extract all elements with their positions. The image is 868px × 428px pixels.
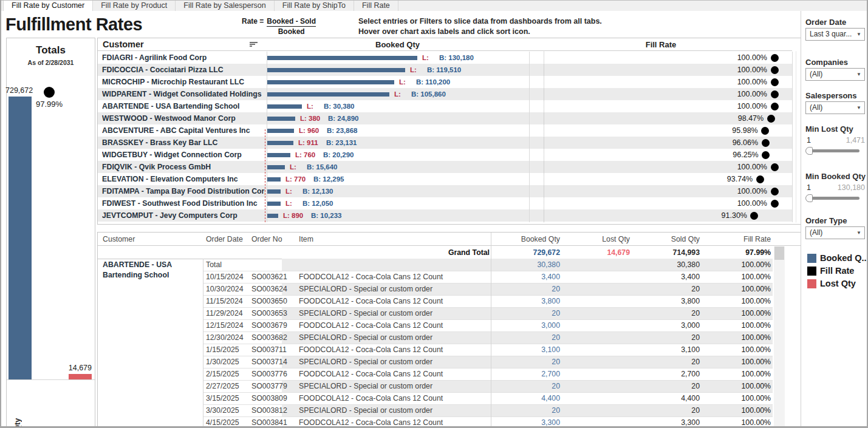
customer-row[interactable]: JEVTCOMPUT - Jevy Computers CorpL: 890B:… bbox=[98, 209, 792, 222]
booked-qty-cell: L:B: 119,510 bbox=[267, 64, 528, 76]
item-cell: SPECIALORD - Special or custom order bbox=[299, 307, 488, 319]
tab-fill-rate-by-salesperson[interactable]: Fill Rate by Salesperson bbox=[176, 1, 274, 12]
tab-fill-rate-by-customer[interactable]: Fill Rate by Customer bbox=[3, 1, 93, 12]
fill-rate-dot[interactable] bbox=[762, 151, 770, 159]
fill-rate-value: 100.00% bbox=[737, 88, 767, 100]
row-gridline bbox=[203, 307, 773, 308]
fill-rate-dot[interactable] bbox=[771, 188, 779, 195]
totals-lost-bar[interactable] bbox=[69, 374, 92, 379]
order-date-cell: 12/15/2024 bbox=[206, 319, 250, 331]
lost-qty-label: L: bbox=[290, 161, 296, 173]
booked-qty-bar[interactable] bbox=[267, 177, 281, 182]
fill-rate-dot[interactable] bbox=[750, 212, 758, 220]
fill-rate-dot[interactable] bbox=[771, 163, 779, 171]
booked-qty-bar[interactable] bbox=[267, 80, 394, 84]
booked-qty-bar[interactable] bbox=[267, 153, 290, 157]
min-booked-qty-slider-handle[interactable] bbox=[805, 194, 813, 202]
fill-rate-cell: 93.74% bbox=[530, 173, 792, 185]
totals-booked-bar[interactable] bbox=[9, 97, 32, 379]
customer-row[interactable]: WIDPARENT - Widget Consolidated Holdings… bbox=[98, 88, 792, 100]
booked-qty-cell: 3,300 bbox=[499, 416, 560, 427]
fill-rate-cell: 96.06% bbox=[530, 137, 792, 149]
customer-row[interactable]: ABCVENTURE - ABC Capital Ventures IncL: … bbox=[98, 124, 792, 137]
tab-fill-rate-by-product[interactable]: Fill Rate by Product bbox=[93, 1, 176, 12]
customer-name: BRASSKEY - Brass Key Bar LLC bbox=[102, 137, 265, 149]
table-scrollbar-thumb[interactable] bbox=[774, 246, 784, 260]
min-lost-qty-slider-handle[interactable] bbox=[805, 147, 813, 155]
booked-qty-label: B: 12,130 bbox=[302, 185, 333, 197]
lost-qty-label: L: bbox=[307, 100, 313, 112]
fill-rate-dot[interactable] bbox=[771, 78, 779, 86]
salespersons-dropdown[interactable]: (All)▼ bbox=[805, 101, 865, 114]
fill-rate-cell: 100.00% bbox=[710, 271, 771, 283]
booked-qty-bar[interactable] bbox=[267, 214, 278, 218]
tab-fill-rate-by-shipto[interactable]: Fill Rate by ShipTo bbox=[275, 1, 354, 12]
lost-qty-reference-line bbox=[265, 129, 265, 222]
customer-row[interactable]: FDITAMPA - Tampa Bay Food Distribution C… bbox=[98, 185, 792, 197]
booked-qty-bar[interactable] bbox=[267, 189, 281, 194]
min-lost-qty-max: 1,471 bbox=[846, 136, 865, 144]
customer-name: WIDGETBUY - Widget Connection Corp bbox=[102, 149, 265, 161]
booked-qty-bar[interactable] bbox=[267, 56, 417, 60]
fill-rate-dot[interactable] bbox=[761, 127, 769, 135]
customer-row[interactable]: MICROCHIP - Microchip Restaurant LLCL:B:… bbox=[98, 76, 792, 88]
totals-axis-lost-qty[interactable]: Lost Qty bbox=[74, 383, 83, 428]
order-type-dropdown[interactable]: (All)▼ bbox=[805, 226, 865, 239]
header-booked-qty: Booked Qty bbox=[499, 233, 560, 246]
fill-rate-cell: 100.00% bbox=[530, 76, 792, 88]
fill-rate-axis-header[interactable]: Fill Rate bbox=[530, 40, 792, 49]
customer-row[interactable]: BRASSKEY - Brass Key Bar LLCL: 911B: 23,… bbox=[98, 137, 792, 149]
customer-row[interactable]: FDIQVIK - Qvik Process GmbHL:B: 15,64010… bbox=[98, 161, 792, 173]
customer-row[interactable]: ELEVATION - Elevation Computers IncL: 77… bbox=[98, 173, 792, 185]
min-booked-qty-slider[interactable] bbox=[807, 197, 859, 200]
item-cell: SPECIALORD - Special or custom order bbox=[299, 404, 488, 416]
fill-rate-dot[interactable] bbox=[771, 90, 779, 98]
customer-row[interactable]: FDIWEST - Southwest Food Distribution In… bbox=[98, 197, 792, 209]
customer-row[interactable]: WESTWOOD - Westwood Manor CorpL: 380B: 2… bbox=[98, 112, 792, 124]
fill-rate-cell: 100.00% bbox=[530, 100, 792, 112]
booked-qty-bar[interactable] bbox=[267, 165, 285, 169]
order-date-cell: 2/27/2025 bbox=[206, 380, 250, 392]
booked-qty-bar[interactable] bbox=[267, 202, 281, 206]
booked-qty-cell: 20 bbox=[499, 404, 560, 416]
totals-axis-booked-qty[interactable]: Booked Qty bbox=[13, 383, 22, 428]
sort-icon[interactable] bbox=[250, 42, 258, 48]
companies-dropdown[interactable]: (All)▼ bbox=[805, 68, 865, 81]
booked-qty-bar[interactable] bbox=[267, 117, 295, 121]
tab-fill-rate[interactable]: Fill Rate bbox=[354, 1, 398, 12]
order-date-cell: 3/30/2025 bbox=[206, 404, 250, 416]
booked-qty-bar[interactable] bbox=[267, 141, 293, 145]
fill-rate-value: 98.47% bbox=[738, 112, 764, 124]
fill-rate-dot[interactable] bbox=[767, 115, 775, 123]
customer-row[interactable]: FDICOCCIA - Cocciatari Pizza LLCL:B: 119… bbox=[98, 64, 792, 76]
fill-rate-dot[interactable] bbox=[771, 54, 779, 62]
totals-fill-rate-dot[interactable] bbox=[44, 87, 55, 98]
customer-row[interactable]: FDIAGRI - Agrilink Food CorpL:B: 130,180… bbox=[98, 52, 792, 64]
row-gridline bbox=[203, 416, 773, 417]
fill-rate-dot[interactable] bbox=[771, 66, 779, 74]
fill-rate-dot[interactable] bbox=[756, 175, 764, 183]
order-date-dropdown[interactable]: Last 3 quar...▼ bbox=[805, 28, 865, 41]
detail-table-header-row: Customer Order Date Order No Item Booked… bbox=[98, 233, 801, 246]
booked-qty-cell: L:B: 105,860 bbox=[267, 88, 528, 100]
fill-rate-dot[interactable] bbox=[771, 103, 779, 110]
table-scrollbar-track[interactable] bbox=[774, 246, 785, 427]
booked-qty-bar[interactable] bbox=[267, 68, 405, 72]
fill-rate-cell: 100.00% bbox=[710, 283, 771, 295]
rate-formula: Rate =Booked - SoldBooked bbox=[242, 17, 316, 36]
sold-qty-cell: 3,800 bbox=[639, 295, 700, 307]
fill-rate-dot[interactable] bbox=[762, 139, 770, 147]
booked-qty-axis-header[interactable]: Booked Qty bbox=[267, 40, 528, 49]
right-strip-gridline bbox=[796, 52, 796, 222]
booked-qty-bar[interactable] bbox=[267, 92, 389, 97]
min-lost-qty-slider[interactable] bbox=[807, 149, 859, 152]
customer-column-header[interactable]: Customer bbox=[103, 39, 144, 49]
booked-qty-bar[interactable] bbox=[267, 129, 294, 133]
totals-axis-fill-rate[interactable]: Fill Rate bbox=[43, 383, 52, 428]
booked-qty-bar[interactable] bbox=[267, 104, 302, 109]
column-divider bbox=[529, 52, 530, 222]
customer-row[interactable]: ABARTENDE - USA Bartending SchoolL:B: 30… bbox=[98, 100, 792, 112]
customer-row[interactable]: WIDGETBUY - Widget Connection CorpL: 760… bbox=[98, 149, 792, 161]
fill-rate-dot[interactable] bbox=[771, 200, 779, 208]
grand-total-row[interactable]: Grand Total 729,672 14,679 714,993 97.99… bbox=[98, 246, 801, 259]
